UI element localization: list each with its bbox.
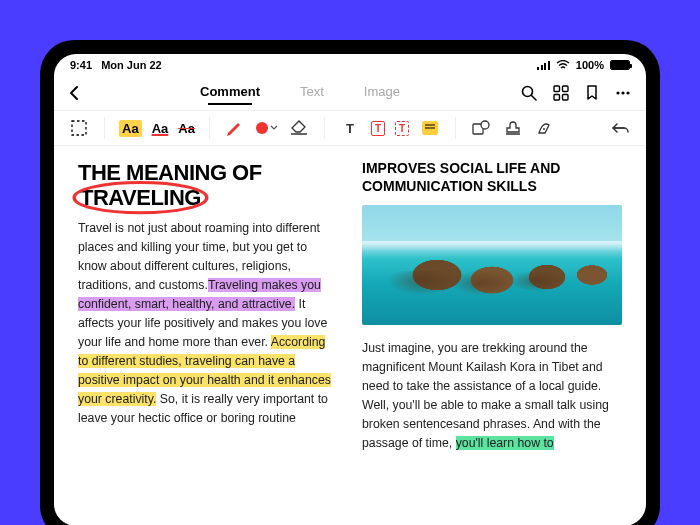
sticky-note-tool[interactable] (419, 117, 441, 139)
pen-icon (225, 119, 245, 137)
text-callout-dash-tool[interactable]: T (395, 121, 409, 136)
ipad-frame: 9:41 Mon Jun 22 100% Comment Text Image (40, 40, 660, 525)
top-bar: Comment Text Image (54, 76, 646, 110)
ellipsis-icon (614, 84, 632, 102)
underline-tool[interactable]: Aa (152, 121, 169, 136)
undo-button[interactable] (610, 117, 632, 139)
heading-circled-word: TRAVELING (78, 185, 203, 210)
search-icon (520, 84, 538, 102)
signal-icon (537, 61, 550, 70)
svg-point-6 (616, 91, 619, 94)
right-column: IMPROVES SOCIAL LIFE AND COMMUNICATION S… (362, 160, 622, 525)
textbox-tool[interactable]: T (339, 117, 361, 139)
document-content: THE MEANING OF TRAVELING Travel is not j… (54, 146, 646, 525)
left-column: THE MEANING OF TRAVELING Travel is not j… (78, 160, 338, 525)
status-bar: 9:41 Mon Jun 22 100% (54, 54, 646, 76)
shape-icon (471, 119, 491, 137)
grid-view-button[interactable] (552, 84, 570, 102)
article-image (362, 205, 622, 325)
text-callout-tool[interactable]: T (371, 121, 385, 136)
side-heading: IMPROVES SOCIAL LIFE AND COMMUNICATION S… (362, 160, 622, 195)
svg-point-13 (543, 128, 545, 130)
status-date: Mon Jun 22 (101, 59, 162, 71)
bookmark-button[interactable] (584, 84, 600, 102)
status-time: 9:41 (70, 59, 92, 71)
eraser-icon (289, 120, 309, 136)
svg-rect-9 (72, 121, 86, 135)
stamp-icon (504, 119, 522, 137)
color-picker[interactable] (256, 117, 278, 139)
svg-rect-2 (554, 86, 560, 92)
selection-icon (70, 119, 88, 137)
highlight-tool[interactable]: Aa (119, 120, 142, 137)
shape-tool[interactable] (470, 117, 492, 139)
select-area-button[interactable] (68, 117, 90, 139)
battery-icon (610, 60, 630, 70)
svg-line-1 (532, 96, 537, 101)
side-paragraph: Just imagine, you are trekking around th… (362, 339, 622, 453)
stamp-tool[interactable] (502, 117, 524, 139)
tab-image[interactable]: Image (364, 84, 400, 103)
svg-point-12 (481, 121, 489, 129)
pen-tool[interactable] (224, 117, 246, 139)
screen: 9:41 Mon Jun 22 100% Comment Text Image (54, 54, 646, 525)
undo-icon (611, 120, 631, 136)
dot-icon (256, 122, 268, 134)
green-highlight: you'll learn how to (456, 436, 554, 450)
eraser-tool[interactable] (288, 117, 310, 139)
more-button[interactable] (614, 84, 632, 102)
svg-rect-4 (554, 95, 560, 101)
grid-icon (552, 84, 570, 102)
search-button[interactable] (520, 84, 538, 102)
annotation-toolbar: Aa Aa Aa T T T (54, 110, 646, 146)
heading-line-1: THE MEANING OF (78, 160, 262, 185)
tab-text[interactable]: Text (300, 84, 324, 103)
svg-rect-5 (563, 95, 569, 101)
svg-point-7 (621, 91, 624, 94)
note-icon (422, 121, 438, 135)
tab-comment[interactable]: Comment (200, 84, 260, 103)
fountain-pen-icon (535, 119, 555, 137)
mode-tabs: Comment Text Image (94, 84, 506, 103)
svg-rect-3 (563, 86, 569, 92)
back-button[interactable] (68, 85, 80, 101)
battery-percent: 100% (576, 59, 604, 71)
chevron-down-icon (270, 125, 278, 131)
strikethrough-tool[interactable]: Aa (178, 121, 195, 136)
signature-tool[interactable] (534, 117, 556, 139)
bookmark-icon (584, 84, 600, 102)
article-heading: THE MEANING OF TRAVELING (78, 160, 338, 211)
svg-point-8 (626, 91, 629, 94)
wifi-icon (556, 60, 570, 70)
article-paragraph-1: Travel is not just about roaming into di… (78, 219, 338, 429)
